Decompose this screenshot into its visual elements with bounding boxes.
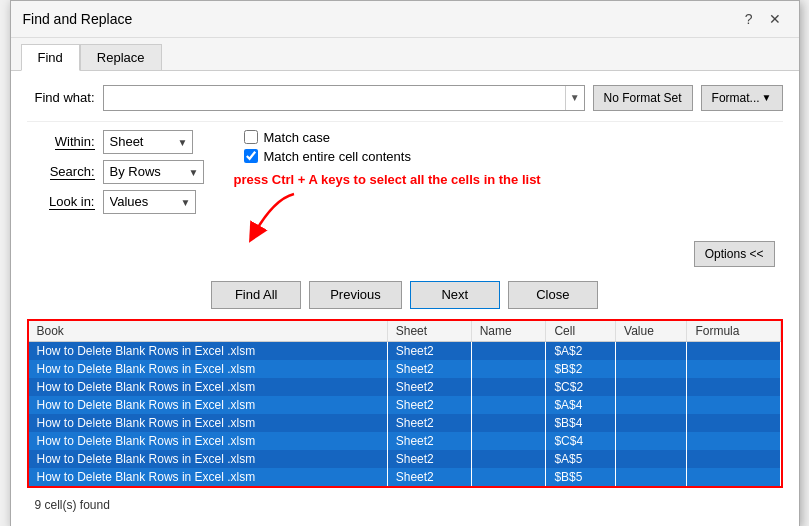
find-what-row: Find what: ▼ No Format Set Format... ▼ xyxy=(27,85,783,111)
next-button[interactable]: Next xyxy=(410,281,500,309)
options-section: Within: Sheet Workbook ▼ Search: xyxy=(27,121,783,273)
dialog-body: Find what: ▼ No Format Set Format... ▼ W… xyxy=(11,71,799,526)
match-entire-label[interactable]: Match entire cell contents xyxy=(264,149,411,164)
table-row[interactable]: How to Delete Blank Rows in Excel .xlsmS… xyxy=(29,378,781,396)
find-dropdown-arrow[interactable]: ▼ xyxy=(565,86,584,110)
selects-column: Within: Sheet Workbook ▼ Search: xyxy=(27,130,204,214)
find-what-label: Find what: xyxy=(27,90,95,105)
match-case-row: Match case xyxy=(244,130,783,145)
results-table: Book Sheet Name Cell Value Formula How t… xyxy=(29,321,781,486)
lookin-select[interactable]: Values Formulas Comments xyxy=(103,190,196,214)
col-cell: Cell xyxy=(546,321,616,342)
match-entire-row: Match entire cell contents xyxy=(244,149,783,164)
table-row[interactable]: How to Delete Blank Rows in Excel .xlsmS… xyxy=(29,396,781,414)
col-formula: Formula xyxy=(687,321,780,342)
results-header-row: Book Sheet Name Cell Value Formula xyxy=(29,321,781,342)
within-select-wrap: Sheet Workbook ▼ xyxy=(103,130,193,154)
search-select[interactable]: By Rows By Columns xyxy=(103,160,204,184)
within-row: Within: Sheet Workbook ▼ xyxy=(27,130,204,154)
match-case-checkbox[interactable] xyxy=(244,130,258,144)
search-select-wrap: By Rows By Columns ▼ xyxy=(103,160,204,184)
find-all-button[interactable]: Find All xyxy=(211,281,301,309)
status-text: 9 cell(s) found xyxy=(35,498,110,512)
annotation-arrow xyxy=(234,189,314,244)
within-label: Within: xyxy=(27,134,95,149)
table-row[interactable]: How to Delete Blank Rows in Excel .xlsmS… xyxy=(29,432,781,450)
title-bar-left: Find and Replace xyxy=(23,11,133,27)
col-sheet: Sheet xyxy=(387,321,471,342)
results-wrapper: Book Sheet Name Cell Value Formula How t… xyxy=(27,319,783,488)
table-row[interactable]: How to Delete Blank Rows in Excel .xlsmS… xyxy=(29,468,781,486)
table-row[interactable]: How to Delete Blank Rows in Excel .xlsmS… xyxy=(29,450,781,468)
tab-find[interactable]: Find xyxy=(21,44,80,71)
close-button[interactable]: Close xyxy=(508,281,598,309)
help-button[interactable]: ? xyxy=(739,9,759,29)
format-button[interactable]: Format... ▼ xyxy=(701,85,783,111)
dialog-title: Find and Replace xyxy=(23,11,133,27)
no-format-button[interactable]: No Format Set xyxy=(593,85,693,111)
search-row: Search: By Rows By Columns ▼ xyxy=(27,160,204,184)
table-row[interactable]: How to Delete Blank Rows in Excel .xlsmS… xyxy=(29,341,781,360)
match-entire-checkbox[interactable] xyxy=(244,149,258,163)
format-label: Format... xyxy=(712,91,760,105)
tab-replace[interactable]: Replace xyxy=(80,44,162,70)
col-name: Name xyxy=(471,321,546,342)
lookin-row: Look in: Values Formulas Comments ▼ xyxy=(27,190,204,214)
col-book: Book xyxy=(29,321,388,342)
col-value: Value xyxy=(616,321,687,342)
within-select[interactable]: Sheet Workbook xyxy=(103,130,193,154)
lookin-label: Look in: xyxy=(27,194,95,209)
previous-button[interactable]: Previous xyxy=(309,281,402,309)
search-label: Search: xyxy=(27,164,95,179)
options-right: Match case Match entire cell contents pr… xyxy=(234,130,783,267)
dialog-close-button[interactable]: ✕ xyxy=(763,9,787,29)
find-input[interactable] xyxy=(104,86,565,110)
checkbox-group: Match case Match entire cell contents xyxy=(244,130,783,164)
table-row[interactable]: How to Delete Blank Rows in Excel .xlsmS… xyxy=(29,414,781,432)
lookin-select-wrap: Values Formulas Comments ▼ xyxy=(103,190,196,214)
find-input-wrap: ▼ xyxy=(103,85,585,111)
tabs-bar: Find Replace xyxy=(11,38,799,71)
table-row[interactable]: How to Delete Blank Rows in Excel .xlsmS… xyxy=(29,360,781,378)
action-buttons-row: Find All Previous Next Close xyxy=(27,273,783,319)
match-case-label[interactable]: Match case xyxy=(264,130,330,145)
find-replace-dialog: Find and Replace ? ✕ Find Replace Find w… xyxy=(10,0,800,526)
title-bar: Find and Replace ? ✕ xyxy=(11,1,799,38)
status-bar: 9 cell(s) found xyxy=(27,494,783,516)
title-controls: ? ✕ xyxy=(739,9,787,29)
annotation-text: press Ctrl + A keys to select all the ce… xyxy=(234,172,783,187)
format-arrow-icon: ▼ xyxy=(762,92,772,103)
